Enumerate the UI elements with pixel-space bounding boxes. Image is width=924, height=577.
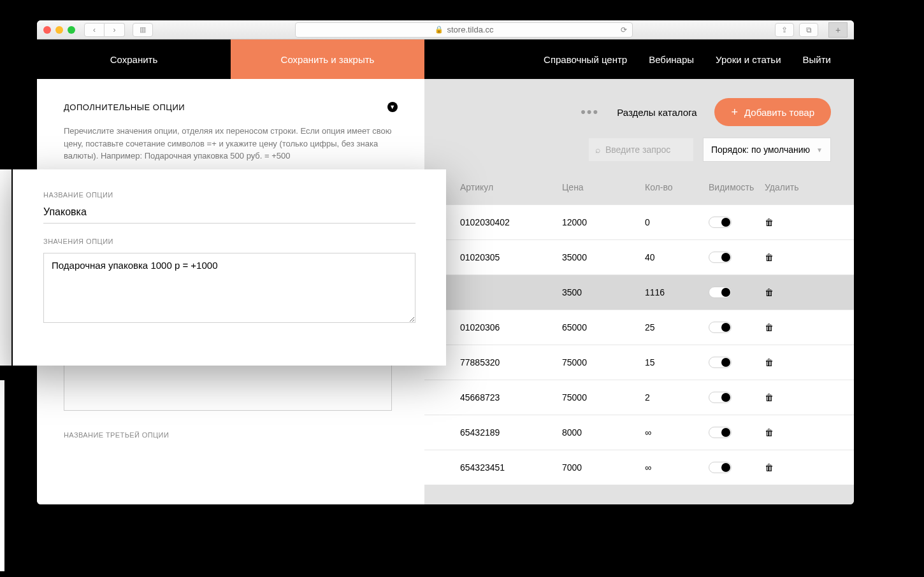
table-row[interactable]: 010203053500040🗑 xyxy=(424,239,854,274)
collapse-icon[interactable]: ▼ xyxy=(387,102,398,112)
cell-price: 65000 xyxy=(562,322,645,332)
cell-price: 12000 xyxy=(562,217,645,227)
lessons-link[interactable]: Уроки и статьи xyxy=(716,54,781,65)
delete-icon[interactable]: 🗑 xyxy=(765,392,803,402)
cell-price: 75000 xyxy=(562,392,645,402)
option-name-label: НАЗВАНИЕ ОПЦИИ xyxy=(43,191,415,199)
option-values-textarea[interactable] xyxy=(43,253,415,323)
visibility-toggle[interactable] xyxy=(709,322,732,333)
option-values-label: ЗНАЧЕНИЯ ОПЦИИ xyxy=(43,238,415,245)
delete-icon[interactable]: 🗑 xyxy=(765,427,803,438)
visibility-toggle[interactable] xyxy=(709,357,732,368)
cell-qty: ∞ xyxy=(645,462,709,473)
minimize-window-icon[interactable] xyxy=(55,26,63,34)
delete-icon[interactable]: 🗑 xyxy=(765,357,803,367)
search-input[interactable]: ⌕ Введите запрос xyxy=(588,138,694,162)
cell-sku: 77885320 xyxy=(460,357,562,367)
delete-icon[interactable]: 🗑 xyxy=(765,217,803,227)
cell-qty: 0 xyxy=(645,217,709,227)
plus-icon: + xyxy=(731,106,738,119)
table-row[interactable]: 6543234517000∞🗑 xyxy=(424,450,854,485)
table-row[interactable]: 654321898000∞🗑 xyxy=(424,415,854,450)
cell-price: 3500 xyxy=(562,287,645,297)
table-row[interactable]: 010203066500025🗑 xyxy=(424,310,854,345)
delete-icon[interactable]: 🗑 xyxy=(765,287,803,297)
cell-qty: 40 xyxy=(645,252,709,262)
cell-price: 75000 xyxy=(562,357,645,367)
delete-icon[interactable]: 🗑 xyxy=(765,462,803,473)
help-center-link[interactable]: Справочный центр xyxy=(544,54,627,65)
table-row[interactable]: 778853207500015🗑 xyxy=(424,345,854,380)
col-visibility: Видимость xyxy=(709,182,765,192)
back-button[interactable]: ‹ xyxy=(84,23,105,37)
add-product-label: Добавить товар xyxy=(744,107,814,118)
section-description: Перечислите значения опции, отделяя их п… xyxy=(64,125,395,162)
visibility-toggle[interactable] xyxy=(709,217,732,228)
visibility-toggle[interactable] xyxy=(709,427,732,438)
option2-values-textarea[interactable] xyxy=(64,360,392,411)
cell-qty: 15 xyxy=(645,357,709,367)
delete-icon[interactable]: 🗑 xyxy=(765,252,803,262)
lock-icon: 🔒 xyxy=(435,25,444,34)
save-and-close-button[interactable]: Сохранить и закрыть xyxy=(231,39,424,79)
section-title: ДОПОЛНИТЕЛЬНЫЕ ОПЦИИ xyxy=(64,103,185,112)
delete-icon[interactable]: 🗑 xyxy=(765,322,803,332)
visibility-toggle[interactable] xyxy=(709,462,732,473)
show-sidebar-button[interactable]: ▥ xyxy=(133,23,153,37)
cell-qty: 25 xyxy=(645,322,709,332)
cell-sku: 01020305 xyxy=(460,252,562,262)
cell-sku: 654323451 xyxy=(460,462,562,473)
search-placeholder: Введите запрос xyxy=(605,145,670,155)
visibility-toggle[interactable] xyxy=(709,392,732,403)
table-row[interactable]: 35001116🗑 xyxy=(424,274,854,310)
right-pane: ••• Разделы каталога + Добавить товар ⌕ … xyxy=(424,79,854,504)
visibility-toggle[interactable] xyxy=(709,252,732,263)
topbar: Сохранить Сохранить и закрыть Справочный… xyxy=(37,39,854,79)
sort-label: Порядок: по умолчанию xyxy=(711,145,810,155)
new-tab-button[interactable]: + xyxy=(828,22,848,38)
cell-sku: 65432189 xyxy=(460,427,562,438)
option-edit-popover: НАЗВАНИЕ ОПЦИИ ЗНАЧЕНИЯ ОПЦИИ xyxy=(13,169,446,366)
url-host: store.tilda.cc xyxy=(447,25,494,34)
cell-price: 7000 xyxy=(562,462,645,473)
product-table: Артикул Цена Кол-во Видимость Удалить 01… xyxy=(424,169,854,485)
browser-chrome: ‹ › ▥ 🔒 store.tilda.cc ⟳ ⇪ ⧉ + xyxy=(37,20,854,39)
exit-link[interactable]: Выйти xyxy=(803,54,831,65)
cell-price: 35000 xyxy=(562,252,645,262)
visibility-toggle[interactable] xyxy=(709,287,732,298)
cell-qty: 1116 xyxy=(645,287,709,297)
table-row[interactable]: 0102030402120000🗑 xyxy=(424,204,854,239)
cell-price: 8000 xyxy=(562,427,645,438)
cell-sku: 0102030402 xyxy=(460,217,562,227)
option-name-input[interactable] xyxy=(43,206,415,224)
option3-name-label: НАЗВАНИЕ ТРЕТЬЕЙ ОПЦИИ xyxy=(64,431,398,439)
cell-sku: 45668723 xyxy=(460,392,562,402)
add-product-button[interactable]: + Добавить товар xyxy=(714,98,831,126)
table-header: Артикул Цена Кол-во Видимость Удалить xyxy=(424,169,854,204)
share-button[interactable]: ⇪ xyxy=(775,23,794,37)
window-controls xyxy=(43,26,75,34)
save-button[interactable]: Сохранить xyxy=(37,39,231,79)
close-window-icon[interactable] xyxy=(43,26,51,34)
sort-dropdown[interactable]: Порядок: по умолчанию ▼ xyxy=(703,138,831,162)
col-price: Цена xyxy=(562,182,645,192)
reload-icon[interactable]: ⟳ xyxy=(621,25,627,34)
table-row[interactable]: 45668723750002🗑 xyxy=(424,380,854,415)
col-sku: Артикул xyxy=(460,182,562,192)
cell-sku: 01020306 xyxy=(460,322,562,332)
cell-qty: 2 xyxy=(645,392,709,402)
webinars-link[interactable]: Вебинары xyxy=(649,54,694,65)
tabs-button[interactable]: ⧉ xyxy=(799,23,818,37)
search-icon: ⌕ xyxy=(595,145,600,155)
catalog-sections-link[interactable]: Разделы каталога xyxy=(617,107,697,118)
address-bar[interactable]: 🔒 store.tilda.cc ⟳ xyxy=(295,22,633,38)
chevron-down-icon: ▼ xyxy=(816,146,823,153)
more-menu-icon[interactable]: ••• xyxy=(581,104,599,120)
maximize-window-icon[interactable] xyxy=(68,26,75,34)
forward-button[interactable]: › xyxy=(105,23,125,37)
col-qty: Кол-во xyxy=(645,182,709,192)
col-delete: Удалить xyxy=(765,182,803,192)
cell-qty: ∞ xyxy=(645,427,709,438)
